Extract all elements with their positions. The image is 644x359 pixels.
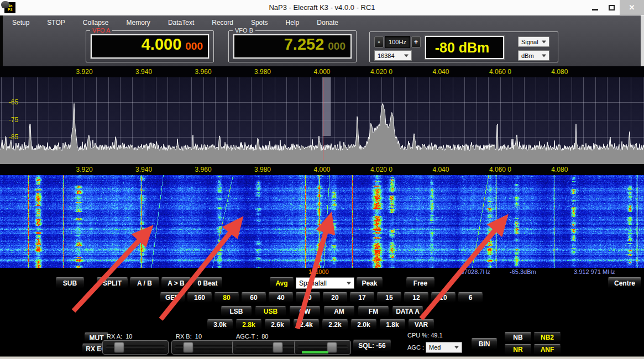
agc-mode-select[interactable]: Med — [426, 342, 462, 353]
filter-button-3.0k[interactable]: 3.0k — [207, 319, 233, 330]
rx-a-gain-label: RX A: 10 — [107, 333, 132, 340]
close-button[interactable]: ✕ — [620, 0, 644, 15]
span-scrollbar-thumb[interactable] — [1, 1, 9, 8]
slider-thumb[interactable] — [273, 342, 283, 353]
mode-button-fm[interactable]: FM — [358, 306, 389, 317]
spectrum-canvas[interactable] — [0, 77, 644, 164]
step-up-button[interactable]: + — [411, 36, 421, 47]
menu-item-stop[interactable]: STOP — [45, 18, 67, 27]
band-button-10[interactable]: 10 — [431, 292, 456, 303]
nr-button[interactable]: NR — [504, 344, 532, 355]
step-size-display: 100Hz — [385, 36, 410, 48]
tuning-group: - 100Hz + 16384 -80 dBm Signal dBm — [369, 31, 558, 62]
band-button-160[interactable]: 160 — [187, 292, 212, 303]
agc-mode-label: AGC : — [407, 344, 424, 351]
anf-button[interactable]: ANF — [533, 344, 561, 355]
filter-button-2.0k[interactable]: 2.0k — [350, 319, 377, 330]
meter-unit-select[interactable]: dBm — [518, 50, 549, 61]
centre-button[interactable]: Centre — [608, 277, 642, 289]
status-delta-hz: -87028.7Hz — [459, 268, 490, 275]
fft-size-value: 16384 — [378, 52, 395, 59]
menu-item-setup[interactable]: Setup — [10, 18, 32, 27]
menu-item-collapse[interactable]: Collapse — [81, 18, 111, 27]
frequency-scale-top[interactable]: 3.9203.9403.9603.9804.0004.020 04.0404.0… — [0, 66, 644, 77]
status-samples: 191000 — [308, 268, 329, 275]
menu-item-donate[interactable]: Donate — [315, 18, 341, 27]
squelch-slider[interactable] — [294, 340, 351, 355]
a-to-b-button[interactable]: A > B — [161, 277, 191, 289]
display-mode-select[interactable]: Spanafall — [296, 277, 354, 289]
signal-meter-display: -80 dBm — [425, 36, 504, 59]
band-button-30[interactable]: 30 — [295, 292, 321, 303]
title-bar: Na P3 NaP3 - Elecraft K3 - v4.0.0 - RC1 … — [0, 0, 644, 15]
freq-scale-label: 3.980 — [254, 68, 271, 76]
zero-beat-button[interactable]: 0 Beat — [192, 277, 223, 289]
vfo-b-group: VFO B 7.252 000 — [228, 30, 357, 62]
menu-item-spots[interactable]: Spots — [249, 18, 270, 27]
dropdown-arrow-icon — [454, 346, 459, 349]
squelch-button[interactable]: SQL: -56 — [353, 340, 391, 352]
band-button-gen[interactable]: GEN — [160, 292, 185, 303]
slider-thumb[interactable] — [114, 342, 124, 353]
peak-button[interactable]: Peak — [356, 277, 383, 289]
waterfall-canvas[interactable] — [0, 175, 644, 268]
rx-a-gain-slider[interactable] — [102, 340, 169, 355]
vfo-b-display[interactable]: 7.252 000 — [233, 34, 352, 59]
filter-button-var[interactable]: VAR — [408, 319, 434, 330]
mode-button-dataa[interactable]: DATA A — [392, 306, 423, 317]
mode-button-usb[interactable]: USB — [255, 306, 286, 317]
spectrum-panel[interactable]: -65-75-85 — [0, 77, 644, 164]
band-button-80[interactable]: 80 — [214, 292, 239, 303]
frequency-scale-bottom[interactable]: 3.9203.9403.9603.9804.0004.020 04.0404.0… — [0, 164, 644, 175]
rx-b-gain-slider[interactable] — [171, 340, 238, 355]
a-b-swap-button[interactable]: A / B — [129, 277, 160, 289]
freq-scale-label: 4.080 — [551, 166, 568, 173]
slider-thumb[interactable] — [183, 342, 193, 353]
vfo-b-label: VFO B — [233, 27, 255, 34]
vfo-a-display[interactable]: 4.000 000 — [91, 34, 209, 59]
minimize-button[interactable] — [587, 0, 603, 15]
band-button-60[interactable]: 60 — [241, 292, 266, 303]
vfo-a-hz: 000 — [185, 40, 203, 52]
band-button-6[interactable]: 6 — [458, 292, 483, 303]
step-down-button[interactable]: - — [374, 36, 384, 47]
filter-button-2.2k[interactable]: 2.2k — [322, 319, 348, 330]
slider-groove — [235, 346, 295, 350]
menu-item-memory[interactable]: Memory — [124, 18, 153, 27]
vfo-b-mhz: 7.252 — [284, 35, 324, 54]
menu-item-datatext[interactable]: DataText — [166, 18, 196, 27]
squelch-level-bar — [302, 351, 328, 353]
status-bar: 191000 -87028.7Hz -65.3dBm 3.912 971 MHz — [0, 268, 644, 276]
split-button[interactable]: SPLIT — [96, 277, 128, 289]
fft-size-select[interactable]: 16384 — [374, 50, 412, 61]
freq-scale-label: 4.020 0 — [370, 68, 392, 76]
band-button-40[interactable]: 40 — [268, 292, 294, 303]
filter-button-2.6k[interactable]: 2.6k — [264, 319, 291, 330]
band-button-17[interactable]: 17 — [349, 292, 375, 303]
band-button-15[interactable]: 15 — [376, 292, 402, 303]
meter-mode-select[interactable]: Signal — [518, 36, 549, 47]
menu-item-help[interactable]: Help — [284, 18, 302, 27]
band-button-12[interactable]: 12 — [404, 292, 429, 303]
sub-button[interactable]: SUB — [55, 277, 85, 289]
db-scale-label: -75 — [9, 116, 18, 124]
free-button[interactable]: Free — [406, 277, 435, 289]
bin-button[interactable]: BIN — [471, 338, 498, 350]
mode-button-lsb[interactable]: LSB — [221, 306, 252, 317]
mode-row: LSBUSBCWAMFMDATA A — [221, 306, 423, 317]
avg-button[interactable]: Avg — [269, 277, 294, 289]
maximize-button[interactable] — [603, 0, 620, 15]
freq-scale-label: 4.000 — [313, 166, 330, 173]
nb2-button[interactable]: NB2 — [533, 332, 561, 343]
nb-button[interactable]: NB — [504, 332, 532, 343]
freq-scale-label: 4.000 — [313, 68, 330, 76]
agc-t-slider[interactable] — [232, 340, 299, 355]
filter-button-1.8k[interactable]: 1.8k — [379, 319, 406, 330]
mode-button-cw[interactable]: CW — [289, 306, 321, 317]
menu-item-record[interactable]: Record — [210, 18, 235, 27]
band-button-20[interactable]: 20 — [322, 292, 348, 303]
filter-button-2.4k[interactable]: 2.4k — [293, 319, 320, 330]
dropdown-arrow-icon — [404, 54, 409, 57]
mode-button-am[interactable]: AM — [323, 306, 355, 317]
filter-button-2.8k[interactable]: 2.8k — [235, 319, 262, 330]
